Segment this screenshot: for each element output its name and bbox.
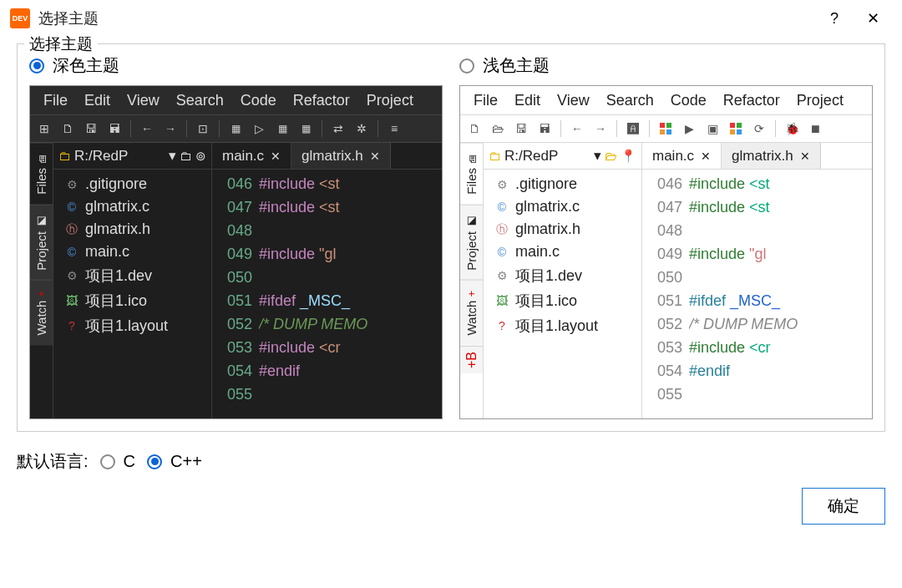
menu-code[interactable]: Code	[662, 89, 715, 113]
run-icon[interactable]: ▶	[680, 119, 698, 138]
editor-tab[interactable]: glmatrix.h✕	[291, 143, 391, 169]
new-file-icon[interactable]: 🗋	[465, 119, 484, 138]
settings-icon[interactable]: ⇄	[329, 119, 347, 138]
save-all-icon[interactable]: 🖬	[535, 119, 554, 138]
build-icon[interactable]: ▦	[226, 119, 245, 138]
code-light[interactable]: #include <st#include <st#include "gl#ifd…	[689, 170, 872, 418]
file-name: 项目1.layout	[85, 316, 168, 336]
sidetab-watch[interactable]: Watch+	[30, 280, 53, 346]
dropdown-icon[interactable]: ▾	[594, 147, 601, 165]
file-item[interactable]: ©main.c	[484, 241, 641, 263]
dark-theme-radio[interactable]: 深色主题	[29, 54, 443, 77]
pin-icon[interactable]: 📍	[621, 149, 636, 164]
menu-code[interactable]: Code	[232, 89, 285, 113]
file-item[interactable]: ?项目1.layout	[484, 313, 641, 338]
file-item[interactable]: ©glmatrix.c	[484, 195, 641, 218]
file-list-light: ⚙.gitignore©glmatrix.cⓗglmatrix.h©main.c…	[484, 170, 641, 418]
ok-button[interactable]: 确定	[802, 488, 885, 525]
close-tab-icon[interactable]: ✕	[800, 150, 810, 163]
file-item[interactable]: ⓗglmatrix.h	[53, 218, 211, 241]
sidetab-watch[interactable]: Watch+	[460, 280, 483, 346]
file-name: glmatrix.h	[85, 220, 150, 238]
save-all-icon[interactable]: 🖬	[105, 119, 124, 138]
file-item[interactable]: ?项目1.layout	[53, 313, 211, 338]
file-name: glmatrix.c	[85, 198, 149, 215]
menu-project[interactable]: Project	[358, 89, 422, 113]
sidetab-files[interactable]: Files🗎	[460, 143, 483, 205]
radio-icon	[147, 454, 162, 469]
sidetab-project[interactable]: Project◩	[460, 205, 483, 281]
forward-icon[interactable]: →	[161, 119, 180, 138]
file-item[interactable]: ⚙项目1.dev	[53, 263, 211, 288]
debug-icon[interactable]: ✲	[352, 119, 371, 138]
menu-search[interactable]: Search	[168, 89, 232, 113]
code-dark[interactable]: #include <st#include <st#include "gl#ifd…	[259, 170, 442, 418]
lang-cpp-radio[interactable]: C++	[147, 452, 202, 471]
close-tab-icon[interactable]: ✕	[701, 150, 711, 163]
menu-search[interactable]: Search	[598, 89, 662, 113]
open-folder-icon[interactable]: 🗀	[180, 149, 192, 163]
file-item[interactable]: ⓗglmatrix.h	[484, 218, 641, 241]
menu-file[interactable]: File	[465, 89, 506, 113]
file-icon: ⚙	[495, 269, 509, 282]
file-item[interactable]: ⚙.gitignore	[484, 173, 641, 195]
stop-icon[interactable]: ⏹	[806, 119, 824, 138]
new-file-icon[interactable]: ⊞	[35, 119, 53, 138]
editor-tab[interactable]: main.c✕	[212, 143, 291, 169]
save-icon[interactable]: 🖫	[82, 119, 100, 138]
back-icon[interactable]: ←	[568, 119, 586, 138]
editor-tab[interactable]: main.c✕	[642, 143, 722, 169]
lang-cpp-label: C++	[170, 452, 202, 471]
path-text[interactable]: R:/RedP	[74, 148, 165, 165]
sidetab-breakpoints[interactable]: +B	[460, 346, 483, 373]
editor-tab[interactable]: glmatrix.h✕	[722, 143, 821, 169]
menu-edit[interactable]: Edit	[76, 89, 119, 113]
run-icon[interactable]: ▷	[250, 119, 268, 138]
lang-c-radio[interactable]: C	[100, 452, 135, 471]
sidetab-files[interactable]: Files🗎	[30, 143, 53, 205]
locate-icon[interactable]: ⊚	[195, 149, 206, 164]
file-icon: ©	[65, 200, 79, 214]
menu-edit[interactable]: Edit	[506, 89, 549, 113]
clean-icon[interactable]: ⟳	[750, 119, 768, 138]
open-icon[interactable]: 🗁	[489, 119, 507, 138]
help-button[interactable]: ?	[815, 3, 854, 33]
menu-view[interactable]: View	[549, 89, 598, 113]
dropdown-icon[interactable]: ▾	[169, 147, 176, 165]
menubar-light: FileEditViewSearchCodeRefactorProject	[460, 86, 872, 114]
menu-project[interactable]: Project	[788, 89, 852, 113]
menu-file[interactable]: File	[35, 89, 76, 113]
open-icon[interactable]: 🗋	[58, 119, 77, 138]
file-item[interactable]: ©main.c	[53, 241, 211, 263]
menu-view[interactable]: View	[119, 89, 168, 113]
open-folder-icon[interactable]: 🗁	[605, 149, 617, 163]
light-theme-radio[interactable]: 浅色主题	[459, 54, 873, 77]
path-text[interactable]: R:/RedP	[504, 148, 590, 165]
close-tab-icon[interactable]: ✕	[271, 150, 281, 163]
file-item[interactable]: 🖼项目1.ico	[53, 288, 211, 313]
rebuild-icon[interactable]: ▦	[273, 119, 291, 138]
clean-icon[interactable]: ▦	[296, 119, 315, 138]
tab-label: main.c	[222, 148, 264, 165]
build-run-icon[interactable]: ▣	[703, 119, 722, 138]
close-tab-icon[interactable]: ✕	[370, 150, 380, 163]
indent-icon[interactable]: ≡	[385, 119, 403, 138]
file-item[interactable]: 🖼项目1.ico	[484, 288, 641, 313]
bug-icon[interactable]: 🐞	[783, 119, 801, 138]
rebuild-icon[interactable]	[727, 119, 745, 138]
forward-icon[interactable]: →	[591, 119, 610, 138]
svg-rect-3	[666, 129, 671, 134]
file-item[interactable]: ©glmatrix.c	[53, 195, 211, 218]
file-item[interactable]: ⚙.gitignore	[53, 173, 211, 195]
file-item[interactable]: ⚙项目1.dev	[484, 263, 641, 288]
menu-refactor[interactable]: Refactor	[715, 89, 788, 113]
sidetab-project[interactable]: Project◩	[30, 205, 53, 281]
back-icon[interactable]: ←	[138, 119, 156, 138]
target-icon[interactable]: 🅰	[624, 119, 642, 138]
build-icon[interactable]	[656, 119, 675, 138]
close-button[interactable]: ✕	[854, 3, 892, 33]
save-icon[interactable]: 🖫	[512, 119, 530, 138]
menubar-dark: FileEditViewSearchCodeRefactorProject	[30, 86, 442, 114]
target-icon[interactable]: ⊡	[194, 119, 212, 138]
menu-refactor[interactable]: Refactor	[285, 89, 358, 113]
